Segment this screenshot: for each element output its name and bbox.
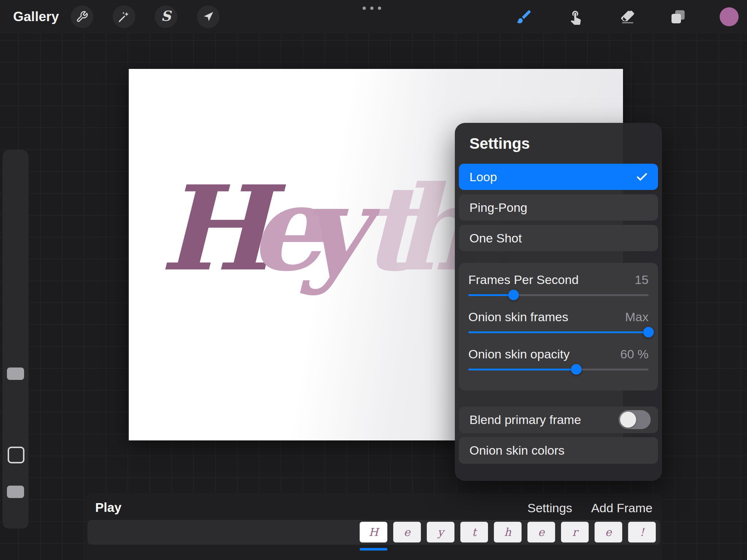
frame-thumbnail-letter: h <box>504 527 511 538</box>
frame-thumbnail-letter: t <box>472 527 476 538</box>
opacity-slider-handle[interactable] <box>7 486 24 498</box>
color-swatch[interactable] <box>719 7 739 27</box>
animation-settings-group: Frames Per Second 15 Onion skin frames M… <box>459 263 658 390</box>
more-options-button[interactable] <box>363 7 381 10</box>
toggle-knob <box>620 412 636 428</box>
checkmark-icon <box>635 170 649 183</box>
slider-thumb[interactable] <box>643 327 654 338</box>
eraser-icon <box>619 9 635 25</box>
blend-primary-frame-row: Blend primary frame <box>459 407 658 433</box>
brush-icon <box>515 8 533 26</box>
onion-skin-frames-value: Max <box>625 310 649 324</box>
onion-skin-frames-label: Onion skin frames <box>468 310 568 324</box>
brush-size-slider-handle[interactable] <box>7 368 24 380</box>
timeline-settings-button[interactable]: Settings <box>527 501 572 515</box>
layers-button[interactable] <box>669 8 687 26</box>
onion-skin-opacity-slider[interactable] <box>468 364 649 374</box>
play-button[interactable]: Play <box>95 500 121 515</box>
ellipsis-icon <box>363 7 366 10</box>
fps-value: 15 <box>635 273 649 287</box>
timeline-frame[interactable]: h <box>494 522 522 542</box>
top-toolbar: Gallery S <box>0 0 747 34</box>
eraser-tool-button[interactable] <box>619 8 636 26</box>
frame-thumbnail-letter: ! <box>640 527 644 538</box>
selection-button[interactable]: S <box>155 5 177 28</box>
timeline-frame[interactable]: y <box>427 522 454 542</box>
blend-primary-frame-toggle[interactable] <box>619 410 651 429</box>
mode-ping-pong-button[interactable]: Ping-Pong <box>459 194 658 221</box>
onion-skin-colors-row[interactable]: Onion skin colors <box>459 437 658 464</box>
frame-thumbnail-letter: y <box>438 527 444 538</box>
slider-thumb[interactable] <box>508 290 519 300</box>
mode-one-shot-button[interactable]: One Shot <box>459 225 658 251</box>
gallery-button[interactable]: Gallery <box>13 0 59 34</box>
popover-title: Settings <box>469 135 662 153</box>
frame-thumbnail-letter: e <box>404 527 410 538</box>
blend-primary-frame-label: Blend primary frame <box>469 413 581 427</box>
frame-thumbnail-letter: e <box>538 527 545 538</box>
transform-button[interactable] <box>197 5 220 28</box>
actions-button[interactable] <box>71 5 93 28</box>
onion-skin-colors-label: Onion skin colors <box>469 443 565 458</box>
add-frame-button[interactable]: Add Frame <box>591 501 653 515</box>
fps-label: Frames Per Second <box>468 273 578 287</box>
fps-slider[interactable] <box>468 290 649 300</box>
mode-loop-button[interactable]: Loop <box>459 164 658 190</box>
paint-tool-button[interactable] <box>515 8 533 26</box>
frame-thumbnail-letter: e <box>605 527 612 538</box>
slider-fill <box>468 331 649 333</box>
ellipsis-icon <box>370 7 374 10</box>
adjustments-icon <box>118 11 130 23</box>
timeline-frame[interactable]: r <box>561 522 589 542</box>
timeline-frame[interactable]: H <box>360 522 387 542</box>
transform-icon <box>202 11 214 23</box>
selection-icon: S <box>161 9 171 24</box>
adjustments-button[interactable] <box>113 5 135 28</box>
smudge-icon <box>568 9 584 25</box>
smudge-tool-button[interactable] <box>567 8 584 26</box>
slider-fill <box>468 294 514 296</box>
modify-button[interactable] <box>8 447 24 463</box>
timeline-frame[interactable]: t <box>460 522 488 542</box>
timeline-frame[interactable]: e <box>527 522 555 542</box>
fps-row: Frames Per Second 15 <box>468 272 649 300</box>
frame-thumbnail-letter: H <box>369 527 378 538</box>
layers-icon <box>669 8 687 26</box>
animation-settings-popover: Settings Loop Ping-Pong One Shot Frames … <box>455 123 662 481</box>
onion-skin-opacity-label: Onion skin opacity <box>468 347 570 361</box>
frames-strip: H e y t h e r e ! <box>360 522 656 542</box>
animation-timeline-bar: Play Settings Add Frame H e y t h e r e … <box>86 493 662 560</box>
timeline-frame[interactable]: e <box>393 522 421 542</box>
onion-skin-opacity-value: 60 % <box>620 347 649 361</box>
mode-label: Loop <box>469 170 497 184</box>
onion-skin-opacity-row: Onion skin opacity 60 % <box>468 346 649 374</box>
mode-label: One Shot <box>469 231 522 245</box>
current-frame-indicator <box>360 548 387 551</box>
timeline-frame[interactable]: e <box>595 522 622 542</box>
wrench-icon <box>76 11 88 23</box>
mode-label: Ping-Pong <box>469 201 527 215</box>
onion-skin-frames-slider[interactable] <box>468 327 649 337</box>
frame-thumbnail-letter: r <box>572 527 577 538</box>
procreate-animation-screen: Gallery S <box>0 0 747 560</box>
timeline-frame[interactable]: ! <box>628 522 656 542</box>
onion-skin-frames-row: Onion skin frames Max <box>468 309 649 337</box>
sidebar-toolbar <box>3 150 28 529</box>
slider-fill <box>468 369 576 370</box>
ellipsis-icon <box>378 7 381 10</box>
frames-track: H e y t h e r e ! <box>88 520 660 545</box>
slider-thumb[interactable] <box>571 364 582 375</box>
